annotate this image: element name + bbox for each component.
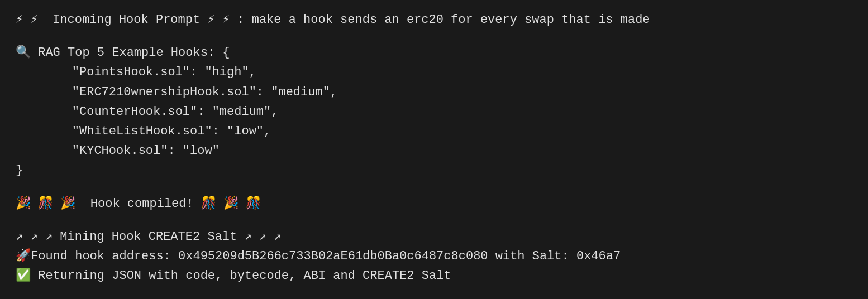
line-incoming-hook: ⚡ ⚡ Incoming Hook Prompt ⚡ ⚡ : make a ho… — [16, 10, 852, 30]
line-rag-header: 🔍 RAG Top 5 Example Hooks: { — [16, 43, 852, 62]
line-hook-compiled: 🎉 🎊 🎉 Hook compiled! 🎊 🎉 🎊 — [16, 194, 852, 214]
line-returning-json: ✅ Returning JSON with code, bytecode, AB… — [16, 266, 852, 286]
line-counter-hook: "CounterHook.sol": "medium", — [16, 102, 852, 122]
line-closing-brace: } — [16, 161, 852, 180]
line-points-hook: "PointsHook.sol": "high", — [16, 62, 852, 82]
line-kyc-hook: "KYCHook.sol": "low" — [16, 141, 852, 161]
line-mining-salt: ↗ ↗ ↗ Mining Hook CREATE2 Salt ↗ ↗ ↗ — [16, 227, 852, 247]
line-found-address: 🚀Found hook address: 0x495209d5B266c733B… — [16, 247, 852, 266]
line-whitelist-hook: "WhiteListHook.sol": "low", — [16, 122, 852, 141]
line-erc721-hook: "ERC7210wnershipHook.sol": "medium", — [16, 83, 852, 102]
